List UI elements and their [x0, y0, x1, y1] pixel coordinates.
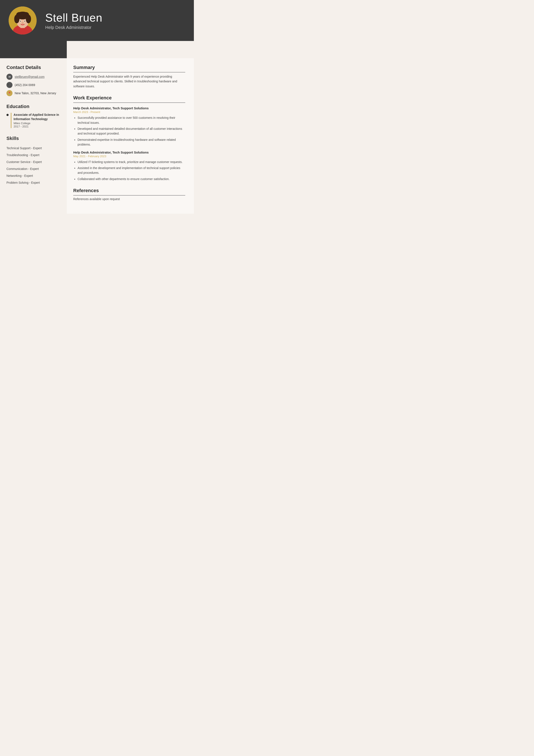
skill-item-0: Technical Support - Expert	[7, 145, 62, 151]
address-item: 📍 New Talon, 32703, New Jersey	[7, 90, 62, 96]
svg-point-8	[23, 12, 29, 18]
job-title-1: Help Desk Administrator, Tech Support So…	[73, 150, 185, 154]
summary-text: Experienced Help Desk Administrator with…	[73, 74, 185, 89]
skill-item-3: Communication - Expert	[7, 165, 62, 172]
email-icon: ✉	[7, 74, 13, 80]
summary-title: Summary	[73, 65, 185, 72]
candidate-name: Stell Bruen	[45, 11, 102, 24]
work-experience-section: Work Experience Help Desk Administrator,…	[73, 95, 185, 181]
job-bullets-1: Utilized IT ticketing systems to track, …	[73, 160, 185, 181]
avatar	[9, 7, 37, 35]
phone-icon: 📞	[7, 82, 13, 88]
education-section-title: Education	[7, 104, 62, 109]
job-bullet-1-0: Utilized IT ticketing systems to track, …	[78, 160, 185, 164]
sidebar: Contact Details ✉ stellbruen@gmail.com 📞…	[0, 58, 67, 214]
skill-item-2: Customer Service - Expert	[7, 158, 62, 165]
address-text: New Talon, 32703, New Jersey	[15, 92, 56, 95]
summary-section: Summary Experienced Help Desk Administra…	[73, 65, 185, 89]
skill-item-5: Problem Solving - Expert	[7, 179, 62, 186]
email-link[interactable]: stellbruen@gmail.com	[15, 75, 45, 78]
svg-point-12	[24, 21, 25, 22]
skill-item-1: Troubleshooting - Expert	[7, 151, 62, 158]
job-dates-1: May 2021 - February 2023	[73, 155, 185, 158]
skill-item-4: Networking - Expert	[7, 172, 62, 179]
resume-header: Stell Bruen Help Desk Administrator	[0, 0, 194, 41]
header-info: Stell Bruen Help Desk Administrator	[45, 11, 102, 30]
skills-section: Skills Technical Support - Expert Troubl…	[7, 136, 62, 186]
main-content: Summary Experienced Help Desk Administra…	[67, 58, 194, 214]
education-item: Associate of Applied Science in Informat…	[7, 113, 62, 128]
job-bullet-1-1: Assisted in the development and implemen…	[78, 166, 185, 175]
edu-degree: Associate of Applied Science in Informat…	[13, 113, 62, 121]
edu-content: Associate of Applied Science in Informat…	[11, 113, 62, 128]
svg-point-13	[22, 22, 23, 23]
phone-text: (452) 204 0069	[15, 83, 35, 87]
contact-section-title: Contact Details	[7, 65, 62, 70]
work-experience-title: Work Experience	[73, 95, 185, 103]
job-bullet-0-1: Developed and maintained detailed docume…	[78, 126, 185, 136]
job-dates-0: March 2023 - Present	[73, 110, 185, 114]
job-bullets-0: Successfully provided assistance to over…	[73, 115, 185, 147]
edu-bullet-icon	[7, 114, 9, 116]
references-text: References available upon request	[73, 197, 185, 201]
job-bullet-1-2: Collaborated with other departments to e…	[78, 176, 185, 181]
job-title-0: Help Desk Administrator, Tech Support So…	[73, 106, 185, 110]
svg-point-11	[20, 21, 21, 22]
main-layout: Contact Details ✉ stellbruen@gmail.com 📞…	[0, 58, 194, 214]
education-section: Education Associate of Applied Science i…	[7, 104, 62, 128]
references-title: References	[73, 188, 185, 196]
references-section: References References available upon req…	[73, 188, 185, 201]
candidate-title: Help Desk Administrator	[45, 25, 102, 30]
job-entry-0: Help Desk Administrator, Tech Support So…	[73, 106, 185, 147]
contact-section: Contact Details ✉ stellbruen@gmail.com 📞…	[7, 65, 62, 96]
edu-years: 2017 - 2021	[13, 125, 62, 128]
job-bullet-0-2: Demonstrated expertise in troubleshootin…	[78, 137, 185, 147]
chevron-divider	[0, 41, 194, 58]
email-item: ✉ stellbruen@gmail.com	[7, 74, 62, 80]
location-icon: 📍	[7, 90, 13, 96]
skills-section-title: Skills	[7, 136, 62, 141]
svg-point-7	[16, 12, 23, 18]
edu-school: Miles College	[13, 122, 62, 125]
job-entry-1: Help Desk Administrator, Tech Support So…	[73, 150, 185, 181]
job-bullet-0-0: Successfully provided assistance to over…	[78, 115, 185, 125]
chevron-shape	[0, 41, 67, 58]
phone-item: 📞 (452) 204 0069	[7, 82, 62, 88]
